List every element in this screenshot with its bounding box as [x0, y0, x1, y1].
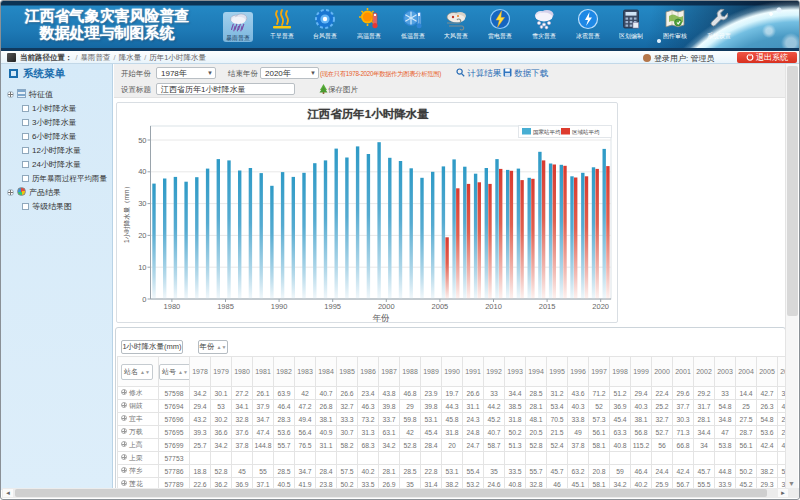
svg-text:10: 10	[138, 263, 146, 272]
svg-text:1980: 1980	[164, 302, 181, 311]
svg-text:1小时降水量（mm）: 1小时降水量（mm）	[123, 183, 131, 243]
svg-text:30: 30	[138, 199, 146, 208]
svg-text:40: 40	[138, 167, 146, 176]
svg-text:国家站平均: 国家站平均	[533, 129, 561, 136]
svg-text:1995: 1995	[324, 302, 341, 311]
svg-text:2000: 2000	[378, 302, 395, 311]
svg-text:2005: 2005	[432, 302, 449, 311]
svg-text:50: 50	[138, 136, 146, 145]
svg-text:年份: 年份	[373, 313, 391, 323]
svg-text:2015: 2015	[539, 302, 556, 311]
svg-text:区域站平均: 区域站平均	[572, 129, 600, 135]
svg-text:2010: 2010	[485, 302, 502, 311]
svg-text:江西省历年1小时降水量: 江西省历年1小时降水量	[307, 107, 429, 120]
svg-text:1985: 1985	[217, 302, 234, 311]
svg-text:2020: 2020	[592, 302, 609, 311]
svg-text:20: 20	[138, 231, 146, 240]
svg-text:0: 0	[142, 295, 146, 304]
svg-text:1990: 1990	[271, 302, 288, 311]
